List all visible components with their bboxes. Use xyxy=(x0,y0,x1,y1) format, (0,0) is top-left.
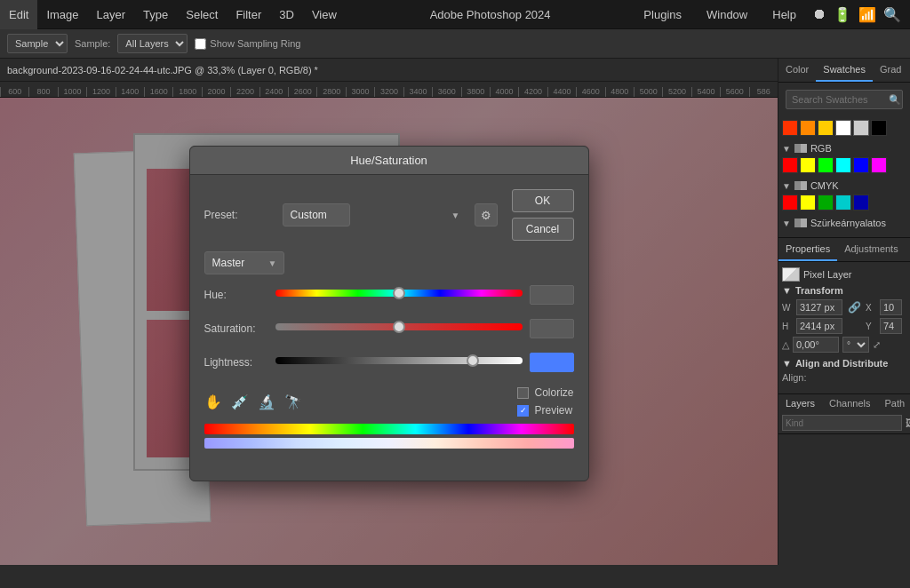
swatch-rgb-yellow[interactable] xyxy=(800,157,816,173)
hue-saturation-dialog[interactable]: Hue/Saturation Preset: Custom Default Cy… xyxy=(189,146,589,481)
swatch-rgb-green[interactable] xyxy=(818,157,834,173)
swatch-yellow[interactable] xyxy=(818,120,834,136)
menu-filter[interactable]: Filter xyxy=(227,0,270,29)
swatch-row-cmyk xyxy=(782,195,906,211)
swatch-rgb-cyan[interactable] xyxy=(835,157,851,173)
tab-swatches[interactable]: Swatches xyxy=(816,59,873,82)
hand-tool-icon[interactable]: ✋ xyxy=(204,393,222,410)
w-label: W xyxy=(782,303,793,313)
ruler-mark: 2000 xyxy=(202,87,230,97)
preset-select[interactable]: Custom Default Cyanotype Sepia xyxy=(283,203,350,226)
swatch-cmyk-blue[interactable] xyxy=(853,195,869,211)
show-sampling-ring-label[interactable]: Show Sampling Ring xyxy=(195,38,300,50)
search-menu-icon[interactable]: 🔍 xyxy=(883,6,901,23)
tab-color[interactable]: Color xyxy=(778,59,816,82)
swatch-group-arrow-cmyk[interactable]: ▼ xyxy=(782,181,791,191)
swatch-group-arrow-gray[interactable]: ▼ xyxy=(782,219,791,228)
channel-row: Master Reds Yellows Greens Cyans Blues M… xyxy=(204,251,574,274)
hue-track[interactable] xyxy=(275,290,523,297)
menu-layer[interactable]: Layer xyxy=(88,0,135,29)
channel-select[interactable]: Master Reds Yellows Greens Cyans Blues M… xyxy=(204,251,284,274)
ok-button[interactable]: OK xyxy=(512,189,574,212)
height-input[interactable] xyxy=(796,318,842,334)
menu-items: Edit Image Layer Type Select Filter 3D V… xyxy=(0,0,346,29)
swatch-cmyk-yellow[interactable] xyxy=(800,195,816,211)
saturation-track[interactable] xyxy=(275,323,523,330)
swatch-black[interactable] xyxy=(871,120,887,136)
tab-properties[interactable]: Properties xyxy=(778,238,837,261)
hue-thumb[interactable] xyxy=(393,287,405,299)
options-bar: Sample Sample: All Layers Show Sampling … xyxy=(0,29,910,59)
menu-bar: Edit Image Layer Type Select Filter 3D V… xyxy=(0,0,910,29)
rainbow-spectrum-bar xyxy=(204,424,574,434)
saturation-value-input[interactable]: 0 xyxy=(530,319,574,338)
lightness-track[interactable] xyxy=(275,357,523,364)
tab-channels[interactable]: Channels xyxy=(822,394,877,412)
angle-unit-select[interactable]: ° xyxy=(842,337,869,353)
menu-edit[interactable]: Edit xyxy=(0,0,37,29)
lightness-row: Lightness: +72 xyxy=(204,353,574,372)
eyedropper-plus-icon[interactable]: 🔬 xyxy=(258,393,275,410)
hue-value-input[interactable]: 0 xyxy=(530,285,574,305)
align-label: Align: xyxy=(782,372,807,383)
swatch-cmyk-cyan[interactable] xyxy=(835,195,851,211)
saturation-thumb[interactable] xyxy=(393,321,405,333)
menu-type[interactable]: Type xyxy=(134,0,177,29)
colorize-checkbox[interactable] xyxy=(517,387,529,399)
expand-icon[interactable]: ⤢ xyxy=(873,339,881,351)
x-input[interactable] xyxy=(880,299,902,315)
menu-3d[interactable]: 3D xyxy=(270,0,303,29)
ruler-mark: 1000 xyxy=(58,87,86,97)
menu-help[interactable]: Help xyxy=(763,0,805,29)
eyedropper-minus-icon[interactable]: 🔭 xyxy=(284,393,302,410)
ruler-mark: 2800 xyxy=(316,87,345,97)
swatch-orange[interactable] xyxy=(800,120,816,136)
menu-view[interactable]: View xyxy=(303,0,346,29)
swatch-group-name-gray: Szürkeárnyalatos xyxy=(810,218,886,228)
angle-input[interactable] xyxy=(793,337,839,353)
lightness-thumb[interactable] xyxy=(467,354,479,367)
align-arrow-icon[interactable]: ▼ xyxy=(782,358,792,369)
link-icon[interactable]: 🔗 xyxy=(846,299,862,315)
colorize-row[interactable]: Colorize xyxy=(517,386,573,399)
ruler-mark: 1600 xyxy=(144,87,172,97)
layers-kind-input[interactable] xyxy=(782,415,902,431)
swatch-rgb-blue[interactable] xyxy=(853,157,869,173)
sample-type-select[interactable]: Sample xyxy=(7,34,68,53)
width-input[interactable] xyxy=(796,299,842,315)
all-layers-select[interactable]: All Layers xyxy=(117,34,188,53)
eyedropper-icon[interactable]: 💉 xyxy=(231,393,249,410)
swatch-white[interactable] xyxy=(835,120,851,136)
tab-path[interactable]: Path xyxy=(878,394,910,412)
layers-icon1[interactable]: 🖼 xyxy=(906,417,910,428)
preview-checkbox[interactable] xyxy=(517,405,529,417)
menu-select[interactable]: Select xyxy=(177,0,227,29)
tab-adjustments[interactable]: Adjustments xyxy=(837,238,906,261)
swatch-rgb-magenta[interactable] xyxy=(871,157,887,173)
menu-image[interactable]: Image xyxy=(37,0,87,29)
preset-label: Preset: xyxy=(204,209,275,221)
swatch-lightgray[interactable] xyxy=(853,120,869,136)
swatch-cmyk-green[interactable] xyxy=(818,195,834,211)
cancel-button[interactable]: Cancel xyxy=(512,218,574,241)
gear-button[interactable]: ⚙ xyxy=(475,203,498,226)
ruler-mark: 3800 xyxy=(461,87,490,97)
menu-window[interactable]: Window xyxy=(698,0,756,29)
preview-row[interactable]: Preview xyxy=(517,404,572,417)
menu-plugins[interactable]: Plugins xyxy=(635,0,690,29)
show-sampling-ring-checkbox[interactable] xyxy=(195,38,206,50)
swatch-rgb-red[interactable] xyxy=(782,157,798,173)
search-swatches-input[interactable] xyxy=(786,90,903,109)
transform-arrow-icon[interactable]: ▼ xyxy=(782,285,792,296)
swatch-group-arrow-rgb[interactable]: ▼ xyxy=(782,144,791,154)
swatch-red[interactable] xyxy=(782,120,798,136)
tab-grad[interactable]: Grad xyxy=(873,59,908,82)
props-content: Pixel Layer ▼ Transform W 🔗 X H xyxy=(778,262,910,393)
lightness-value-input[interactable]: +72 xyxy=(530,353,574,372)
ruler-mark: 5200 xyxy=(662,87,690,97)
angle-icon: △ xyxy=(782,339,789,351)
hue-slider-wrap: 0 xyxy=(275,285,574,305)
swatch-cmyk-red[interactable] xyxy=(782,195,798,211)
y-input[interactable] xyxy=(880,318,902,334)
tab-layers[interactable]: Layers xyxy=(778,394,822,412)
